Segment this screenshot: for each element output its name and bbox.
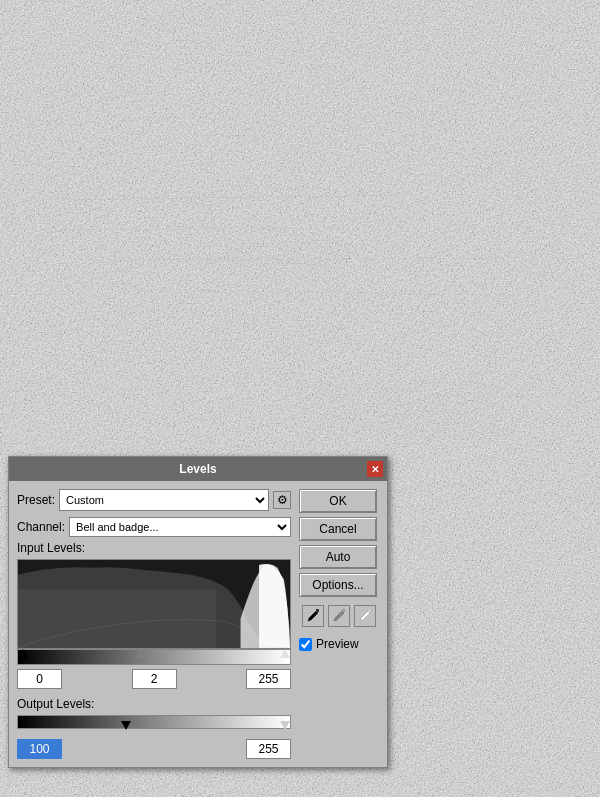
gear-icon[interactable]: ⚙ (273, 491, 291, 509)
ok-button[interactable]: OK (299, 489, 377, 513)
cancel-button[interactable]: Cancel (299, 517, 377, 541)
dialog-title: Levels (179, 462, 216, 476)
preset-label: Preset: (17, 493, 55, 507)
levels-dialog: Levels ✕ Preset: Custom Default Darker ⚙… (8, 456, 388, 768)
dialog-right-panel: OK Cancel Auto Options... (299, 489, 379, 759)
svg-rect-10 (316, 609, 319, 612)
output-black-handle[interactable] (121, 721, 131, 730)
input-slider-track[interactable] (17, 649, 291, 665)
input-levels-label: Input Levels: (17, 541, 291, 555)
options-button[interactable]: Options... (299, 573, 377, 597)
input-black-handle[interactable] (18, 649, 28, 658)
channel-row: Channel: Bell and badge... RGB Red Green… (17, 517, 291, 537)
input-mid-handle[interactable] (135, 649, 145, 658)
svg-rect-7 (300, 380, 500, 440)
preset-row: Preset: Custom Default Darker ⚙ (17, 489, 291, 511)
input-black-value[interactable]: 0 (17, 669, 62, 689)
output-white-handle[interactable] (280, 721, 290, 730)
svg-rect-11 (342, 609, 345, 612)
output-black-value[interactable]: 100 (17, 739, 62, 759)
svg-rect-6 (200, 240, 350, 270)
dialog-body: Preset: Custom Default Darker ⚙ Channel:… (9, 481, 387, 767)
preview-row: Preview (299, 637, 379, 651)
input-values-row: 0 2 255 (17, 669, 291, 689)
output-slider-track[interactable] (17, 715, 291, 729)
preview-checkbox[interactable] (299, 638, 312, 651)
svg-rect-9 (18, 589, 216, 648)
svg-rect-12 (368, 609, 371, 612)
dialog-titlebar: Levels ✕ (9, 457, 387, 481)
output-values-row: 100 255 (17, 739, 291, 759)
dialog-left-panel: Preset: Custom Default Darker ⚙ Channel:… (17, 489, 291, 759)
input-mid-value[interactable]: 2 (132, 669, 177, 689)
input-white-value[interactable]: 255 (246, 669, 291, 689)
auto-button[interactable]: Auto (299, 545, 377, 569)
output-section: Output Levels: 100 255 (17, 697, 291, 759)
output-levels-label: Output Levels: (17, 697, 291, 711)
close-button[interactable]: ✕ (367, 461, 383, 477)
eyedroppers-row (299, 605, 379, 627)
histogram-container (17, 559, 291, 649)
black-eyedropper-button[interactable] (302, 605, 324, 627)
output-white-value[interactable]: 255 (246, 739, 291, 759)
channel-select[interactable]: Bell and badge... RGB Red Green Blue (69, 517, 291, 537)
preset-select[interactable]: Custom Default Darker (59, 489, 269, 511)
channel-label: Channel: (17, 520, 65, 534)
white-eyedropper-button[interactable] (354, 605, 376, 627)
preview-label: Preview (316, 637, 359, 651)
gray-eyedropper-button[interactable] (328, 605, 350, 627)
input-white-handle[interactable] (280, 649, 290, 658)
